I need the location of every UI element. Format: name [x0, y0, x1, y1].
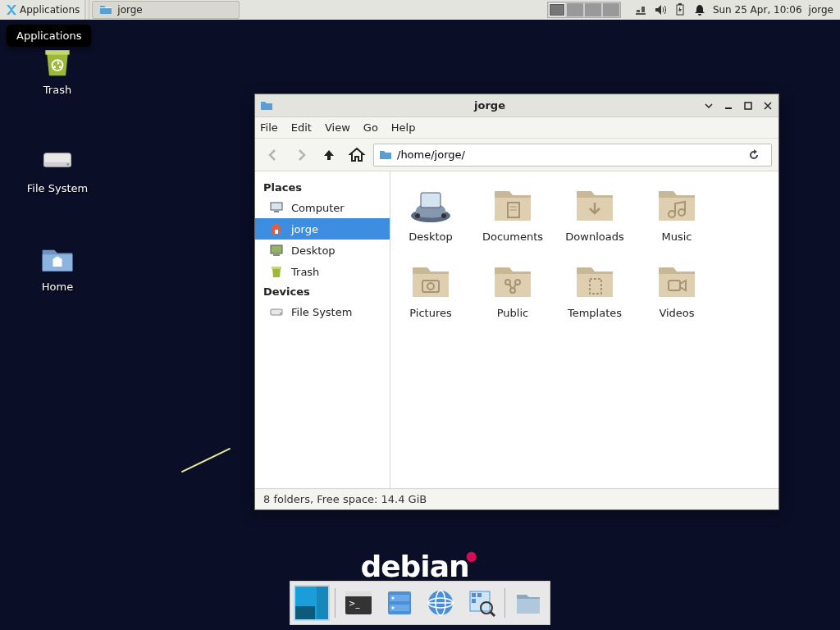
- menu-edit[interactable]: Edit: [291, 121, 312, 134]
- folder-videos[interactable]: Videos: [646, 258, 707, 319]
- forward-button[interactable]: [290, 144, 313, 167]
- trash-icon: [38, 41, 77, 80]
- sidebar-places-header: Places: [255, 178, 390, 197]
- desktop-icon: [268, 242, 285, 258]
- downloads-folder-icon: [572, 181, 618, 227]
- folder-desktop[interactable]: Desktop: [400, 181, 461, 243]
- dock-terminal[interactable]: >_: [340, 585, 377, 621]
- menubar: File Edit View Go Help: [255, 117, 778, 139]
- dock-separator: [504, 588, 505, 618]
- home-button[interactable]: [345, 144, 368, 167]
- drive-icon: [38, 139, 77, 179]
- back-button[interactable]: [262, 144, 285, 167]
- svg-rect-34: [272, 267, 281, 269]
- window-title: jorge: [276, 99, 703, 112]
- window-menu-button[interactable]: [703, 100, 714, 112]
- svg-point-5: [66, 163, 69, 166]
- folder-templates[interactable]: Templates: [564, 258, 625, 319]
- user-label[interactable]: jorge: [809, 4, 833, 16]
- applications-menu-label: Applications: [20, 4, 80, 16]
- debian-text: debian: [360, 550, 468, 583]
- svg-rect-22: [472, 593, 476, 597]
- home-folder-icon: [38, 238, 77, 277]
- minimize-button[interactable]: [723, 100, 734, 112]
- workspace-2[interactable]: [567, 3, 583, 16]
- svg-point-38: [415, 213, 420, 218]
- volume-icon[interactable]: [654, 3, 667, 16]
- menu-go[interactable]: Go: [363, 121, 378, 134]
- battery-icon[interactable]: [673, 3, 687, 16]
- folder-label: Videos: [646, 307, 707, 319]
- folder-label: Pictures: [400, 307, 461, 319]
- svg-rect-28: [745, 103, 751, 109]
- window-titlebar[interactable]: jorge: [255, 94, 778, 117]
- applications-menu-button[interactable]: Applications: [0, 0, 85, 20]
- videos-folder-icon: [654, 258, 700, 304]
- workspace-1[interactable]: [549, 3, 565, 16]
- reload-button[interactable]: [746, 145, 766, 165]
- svg-point-39: [441, 213, 446, 218]
- network-icon[interactable]: [634, 3, 647, 16]
- desktop-icon-trash[interactable]: Trash: [16, 41, 98, 96]
- dock-file-manager[interactable]: [381, 585, 418, 621]
- clock[interactable]: Sun 25 Apr, 10:06: [713, 4, 802, 16]
- sidebar-item-filesystem[interactable]: File System: [255, 301, 390, 322]
- sidebar-item-desktop[interactable]: Desktop: [255, 240, 390, 261]
- workspace-4[interactable]: [603, 3, 619, 16]
- svg-rect-29: [271, 203, 282, 210]
- folder-label: Downloads: [564, 231, 625, 243]
- window-controls: [703, 100, 774, 112]
- taskbar-window-button[interactable]: jorge: [92, 1, 240, 19]
- folder-downloads[interactable]: Downloads: [564, 181, 625, 243]
- folder-public[interactable]: Public: [482, 258, 543, 319]
- folder-music[interactable]: Music: [646, 181, 707, 243]
- dock-show-desktop[interactable]: [294, 585, 330, 621]
- folder-label: Documents: [482, 231, 543, 243]
- folder-icon: [260, 99, 273, 112]
- svg-rect-24: [472, 599, 476, 603]
- folder-pictures[interactable]: Pictures: [400, 258, 461, 319]
- parent-button[interactable]: [317, 144, 340, 167]
- svg-rect-7: [295, 606, 315, 619]
- menu-file[interactable]: File: [260, 121, 278, 134]
- desktop-icon-filesystem[interactable]: File System: [16, 139, 98, 194]
- notification-bell-icon[interactable]: [693, 3, 706, 16]
- maximize-button[interactable]: [742, 100, 754, 112]
- workspace-switcher[interactable]: [547, 2, 621, 18]
- sidebar-item-label: Desktop: [291, 244, 336, 257]
- desktop-icon-trash-label: Trash: [16, 84, 98, 96]
- menu-view[interactable]: View: [325, 121, 350, 134]
- folder-documents[interactable]: Documents: [482, 181, 543, 243]
- sidebar-item-label: Trash: [291, 266, 319, 278]
- music-folder-icon: [654, 181, 700, 227]
- sidebar-item-trash[interactable]: Trash: [255, 261, 390, 282]
- svg-rect-33: [273, 254, 280, 256]
- dock-directory[interactable]: [510, 585, 546, 621]
- svg-rect-8: [317, 587, 328, 619]
- folder-label: Desktop: [400, 231, 461, 243]
- sidebar-item-label: jorge: [291, 223, 318, 235]
- folder-content[interactable]: Desktop Documents Downloads Music Pictur…: [390, 171, 778, 488]
- svg-rect-31: [275, 230, 278, 234]
- sidebar-item-jorge[interactable]: jorge: [255, 218, 390, 240]
- file-manager-window: jorge File Edit View Go Help /home/jorge…: [254, 94, 779, 510]
- folder-label: Templates: [564, 307, 625, 319]
- close-button[interactable]: [762, 100, 774, 112]
- menu-help[interactable]: Help: [391, 121, 416, 134]
- svg-rect-1: [678, 3, 682, 5]
- path-text: /home/jorge/: [397, 148, 465, 161]
- path-bar[interactable]: /home/jorge/: [373, 144, 772, 167]
- sidebar-devices-header: Devices: [255, 282, 390, 301]
- desktop-icon-home[interactable]: Home: [16, 238, 98, 293]
- svg-rect-23: [477, 593, 482, 597]
- panel-right: Sun 25 Apr, 10:06 jorge: [547, 0, 840, 20]
- toolbar: /home/jorge/: [255, 139, 778, 171]
- xfce-logo-icon: [5, 3, 18, 16]
- workspace-3[interactable]: [585, 3, 601, 16]
- dock-app-finder[interactable]: [463, 585, 500, 621]
- dock-web-browser[interactable]: [422, 585, 459, 621]
- sidebar-item-computer[interactable]: Computer: [255, 197, 390, 218]
- taskbar-window-label: jorge: [117, 4, 142, 16]
- debian-swirl-icon: ●: [466, 548, 477, 564]
- panel-separator: [85, 0, 90, 20]
